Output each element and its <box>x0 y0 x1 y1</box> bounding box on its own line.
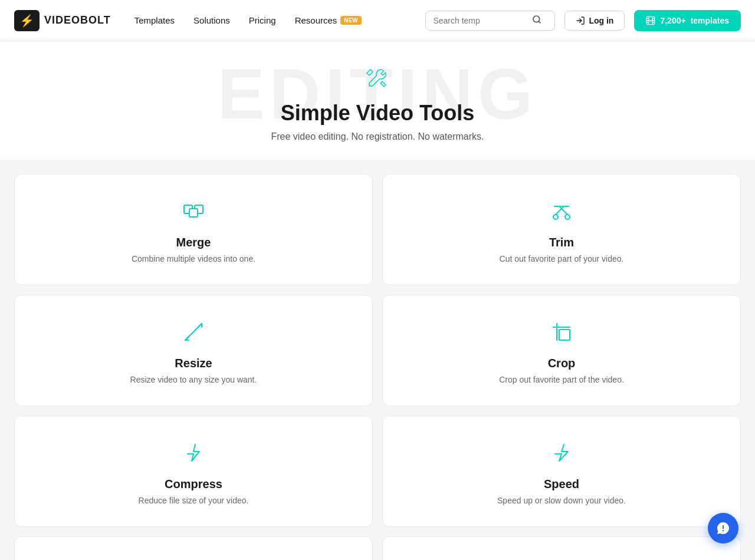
svg-point-14 <box>553 215 558 219</box>
tool-card-speed[interactable]: Speed Speed up or slow down your video. <box>382 416 741 527</box>
chat-button[interactable] <box>708 513 738 543</box>
speed-name: Speed <box>544 477 579 491</box>
resize-icon <box>180 319 206 348</box>
trim-name: Trim <box>549 236 574 249</box>
crop-desc: Crop out favorite part of the video. <box>499 375 624 384</box>
tool-card-fps[interactable]: FPS Change framerate in your video. <box>382 536 741 560</box>
speed-desc: Speed up or slow down your video. <box>497 496 626 505</box>
svg-point-15 <box>565 215 570 219</box>
nav-links: Templates Solutions Pricing Resources NE… <box>134 15 426 25</box>
trim-desc: Cut out favorite part of your video. <box>500 254 624 263</box>
nav-link-templates[interactable]: Templates <box>134 15 175 25</box>
speed-icon <box>549 440 575 469</box>
hero-title: Simple Video Tools <box>12 101 743 126</box>
tool-card-compress[interactable]: Compress Reduce file size of your video. <box>14 416 373 527</box>
compress-desc: Reduce file size of your video. <box>139 496 249 505</box>
tool-card-trim[interactable]: Trim Cut out favorite part of your video… <box>382 174 741 285</box>
resize-name: Resize <box>175 357 212 370</box>
hero-content: Simple Video Tools Free video editing. N… <box>12 65 743 142</box>
hero-subtitle: Free video editing. No registration. No … <box>12 131 743 142</box>
film-icon <box>646 16 655 25</box>
nav-right: Log in 7,200+ templates <box>564 10 741 31</box>
navbar: ⚡ VIDEOBOLT Templates Solutions Pricing … <box>0 0 755 41</box>
hero-icon <box>12 65 743 96</box>
search-icon <box>532 15 541 24</box>
new-badge: NEW <box>340 16 361 25</box>
templates-cta-label: templates <box>691 16 729 25</box>
svg-line-1 <box>539 21 541 23</box>
svg-rect-13 <box>189 209 198 217</box>
svg-line-17 <box>185 324 202 340</box>
tools-grid: Merge Combine multiple videos into one. … <box>0 160 755 560</box>
merge-name: Merge <box>176 236 211 249</box>
search-input[interactable] <box>433 16 527 25</box>
logo[interactable]: ⚡ VIDEOBOLT <box>14 10 111 31</box>
tool-card-resize[interactable]: Resize Resize video to any size you want… <box>14 295 373 406</box>
nav-link-solutions[interactable]: Solutions <box>193 15 230 25</box>
chat-icon <box>716 521 730 535</box>
login-icon <box>576 16 585 25</box>
crop-icon <box>549 319 575 348</box>
resize-desc: Resize video to any size you want. <box>130 375 257 384</box>
hero-section: EDITING Simple Video Tools Free video ed… <box>0 41 755 160</box>
tool-card-loop[interactable]: Loop Set your video to repeat. <box>14 536 373 560</box>
nav-link-resources[interactable]: Resources NEW <box>295 15 362 25</box>
tool-card-merge[interactable]: Merge Combine multiple videos into one. <box>14 174 373 285</box>
resources-label: Resources <box>295 15 337 25</box>
login-button[interactable]: Log in <box>564 11 625 31</box>
login-label: Log in <box>589 16 613 25</box>
svg-rect-20 <box>559 330 570 340</box>
search-bar <box>425 11 555 31</box>
templates-cta-count: 7,200+ <box>660 16 685 25</box>
merge-icon <box>180 198 206 228</box>
logo-text: VIDEOBOLT <box>44 14 111 27</box>
merge-desc: Combine multiple videos into one. <box>132 254 255 263</box>
compress-name: Compress <box>165 477 222 491</box>
tool-card-crop[interactable]: Crop Crop out favorite part of the video… <box>382 295 741 406</box>
crop-name: Crop <box>548 357 576 370</box>
compress-icon <box>180 440 206 469</box>
search-button[interactable] <box>532 15 541 27</box>
templates-cta-button[interactable]: 7,200+ templates <box>634 10 741 31</box>
trim-icon <box>549 198 575 228</box>
nav-link-pricing[interactable]: Pricing <box>249 15 276 25</box>
logo-icon: ⚡ <box>14 10 40 31</box>
